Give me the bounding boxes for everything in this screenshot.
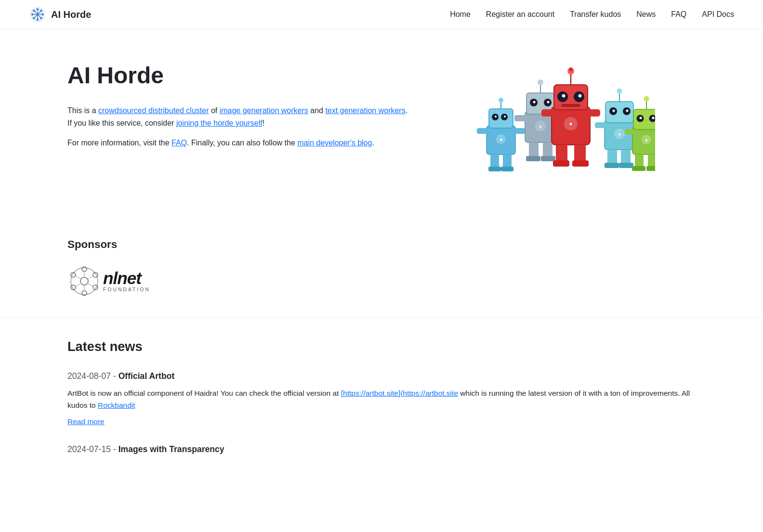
svg-text:✦: ✦ xyxy=(645,138,648,143)
svg-point-35 xyxy=(547,101,550,104)
svg-line-108 xyxy=(76,284,81,286)
nlnet-icon xyxy=(67,264,101,298)
text-workers-link[interactable]: text generation workers xyxy=(325,106,405,115)
nav-item-news[interactable]: News xyxy=(636,9,656,20)
svg-rect-59 xyxy=(541,109,553,117)
sponsors-section: Sponsors nlnet FOUNDATION xyxy=(0,217,763,317)
svg-rect-27 xyxy=(514,128,525,134)
svg-point-34 xyxy=(533,101,536,104)
svg-point-71 xyxy=(617,89,622,94)
nav-item-transfer[interactable]: Transfer kudos xyxy=(570,9,621,20)
svg-point-51 xyxy=(579,94,582,98)
news-item-2: 2024-07-15 - Images with Transparency xyxy=(67,443,696,455)
svg-point-68 xyxy=(613,110,615,112)
news-section: Latest news 2024-08-07 - Official Artbot… xyxy=(0,317,763,500)
svg-rect-91 xyxy=(646,166,655,171)
hero-text: AI Horde This is a crowdsourced distribu… xyxy=(67,58,413,149)
sponsors-title: Sponsors xyxy=(67,236,696,253)
nav-item-faq[interactable]: FAQ xyxy=(671,9,686,20)
svg-text:✦: ✦ xyxy=(568,121,573,128)
svg-text:✦: ✦ xyxy=(539,124,542,130)
blog-link[interactable]: main developer's blog xyxy=(297,139,372,147)
brand-link[interactable]: AI Horde xyxy=(29,6,91,23)
hero-title: AI Horde xyxy=(67,58,413,93)
nav-item-api[interactable]: API Docs xyxy=(702,9,734,20)
svg-rect-73 xyxy=(621,150,631,164)
news-item-1-sep: - xyxy=(111,371,118,381)
svg-point-84 xyxy=(640,117,642,119)
hero-desc-plain-1: This is a xyxy=(67,106,98,115)
nav-item-home[interactable]: Home xyxy=(450,9,471,20)
image-workers-link[interactable]: image generation workers xyxy=(220,106,308,115)
nlnet-bold: net xyxy=(117,269,141,287)
hero-section: AI Horde This is a crowdsourced distribu… xyxy=(0,29,763,217)
svg-text:✦: ✦ xyxy=(499,137,503,143)
hero-desc-plain-3: and xyxy=(308,106,326,115)
crowdsourced-link[interactable]: crowdsourced distributed cluster xyxy=(98,106,209,115)
svg-point-18 xyxy=(495,116,497,117)
nlnet-logo: nlnet FOUNDATION xyxy=(67,264,696,298)
svg-rect-89 xyxy=(648,155,655,168)
brand-icon xyxy=(29,6,46,23)
news-item-1-title: 2024-08-07 - Official Artbot xyxy=(67,370,696,382)
svg-text:✦: ✦ xyxy=(618,132,621,137)
news-item-2-title: 2024-07-15 - Images with Transparency xyxy=(67,443,696,455)
nav-item-register[interactable]: Register an account xyxy=(486,9,554,20)
svg-rect-40 xyxy=(526,156,540,161)
svg-point-87 xyxy=(644,96,649,102)
hero-desc2-plain-3: . xyxy=(372,139,374,147)
nlnet-foundation: FOUNDATION xyxy=(103,287,150,292)
faq-link[interactable]: FAQ xyxy=(171,139,187,147)
artbot-link-2[interactable]: (https://artbot.site xyxy=(400,389,458,397)
join-horde-link[interactable]: joining the horde yourself xyxy=(176,119,263,127)
svg-point-19 xyxy=(504,116,506,117)
nav-menu: Home Register an account Transfer kudos … xyxy=(450,9,734,20)
news-item-2-heading: Images with Transparency xyxy=(118,444,224,454)
hero-desc2-plain-2: . Finally, you can also follow the xyxy=(187,139,297,147)
svg-rect-74 xyxy=(605,163,619,168)
svg-rect-23 xyxy=(503,155,512,168)
svg-rect-24 xyxy=(488,167,501,171)
read-more-link-1[interactable]: Read more xyxy=(67,417,105,426)
news-item-1-date: 2024-08-07 xyxy=(67,371,111,381)
nlnet-light: nl xyxy=(103,269,117,287)
svg-rect-88 xyxy=(635,155,644,168)
rockbandit-link[interactable]: Rockbandit xyxy=(98,401,135,409)
news-item-1: 2024-08-07 - Official Artbot ArtBot is n… xyxy=(67,370,696,428)
hero-desc-2: For more information, visit the FAQ. Fin… xyxy=(67,137,413,149)
svg-point-85 xyxy=(652,117,655,119)
svg-rect-26 xyxy=(477,128,487,134)
hero-desc-plain-2: of xyxy=(209,106,219,115)
news-item-2-date: 2024-07-15 xyxy=(67,444,111,454)
svg-rect-75 xyxy=(619,163,633,168)
svg-point-50 xyxy=(562,94,566,98)
news-item-2-sep: - xyxy=(111,444,118,454)
svg-rect-72 xyxy=(607,150,617,164)
navbar: AI Horde Home Register an account Transf… xyxy=(0,0,763,29)
svg-rect-22 xyxy=(490,155,499,168)
nlnet-name: nlnet xyxy=(103,270,150,286)
news-title: Latest news xyxy=(67,337,696,357)
svg-line-109 xyxy=(88,276,93,279)
svg-point-37 xyxy=(538,79,543,85)
svg-point-21 xyxy=(499,98,503,103)
hero-desc-1: This is a crowdsourced distributed clust… xyxy=(67,104,413,129)
hero-image: ✦ ✦ xyxy=(432,58,696,198)
news-body-plain-1: ArtBot is now an official component of H… xyxy=(67,389,341,397)
svg-rect-25 xyxy=(501,167,513,171)
svg-rect-90 xyxy=(632,166,645,171)
svg-point-69 xyxy=(626,110,629,112)
svg-rect-60 xyxy=(589,109,600,117)
nlnet-text: nlnet FOUNDATION xyxy=(103,270,150,293)
svg-rect-42 xyxy=(514,115,526,121)
svg-point-54 xyxy=(569,67,573,71)
svg-rect-41 xyxy=(541,156,555,161)
svg-line-107 xyxy=(88,284,93,286)
artbot-link-1[interactable]: [https://artbot.site] xyxy=(341,389,400,397)
hero-desc-plain-5: ! xyxy=(263,119,264,127)
news-item-1-heading: Official Artbot xyxy=(118,371,175,381)
svg-line-106 xyxy=(76,276,81,279)
svg-rect-39 xyxy=(543,143,553,158)
svg-rect-92 xyxy=(625,129,634,134)
svg-rect-38 xyxy=(529,143,539,158)
